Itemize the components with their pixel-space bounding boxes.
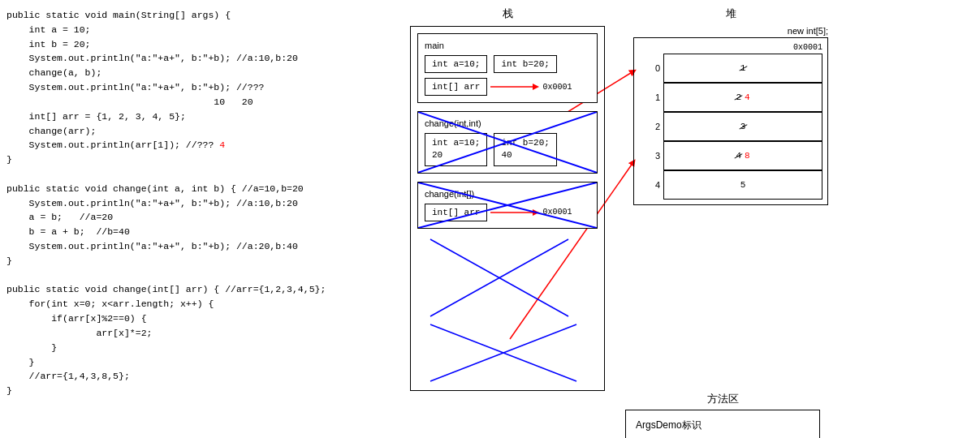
svg-marker-7 bbox=[533, 84, 539, 90]
heap-cell-4-orig: 5 bbox=[740, 180, 746, 190]
change-arr-ref: 0x0001 bbox=[542, 208, 572, 217]
heap-cell-3-new: 8 bbox=[745, 151, 750, 161]
heap-cell-1-new: 4 bbox=[745, 92, 750, 102]
method-item-argsdemo: ArgsDemo标识 bbox=[636, 417, 809, 435]
heap-cell-0-orig: 1 bbox=[740, 63, 746, 73]
diagram-area: 栈 main int a=10; int b=20; int[] arr 0x0… bbox=[390, 0, 980, 438]
main-var-b: int b=20; bbox=[494, 55, 556, 73]
code-panel: public static void main(String[] args) {… bbox=[0, 0, 390, 438]
heap-cell-2-orig: 3 bbox=[740, 122, 746, 131]
change-arr-row: int[] arr 0x0001 bbox=[425, 204, 590, 221]
heap-cell-0: 1 bbox=[663, 54, 822, 83]
heap-cell-4: 5 bbox=[663, 170, 822, 200]
main-arr-label: int[] arr bbox=[425, 78, 487, 96]
method-outer: ArgsDemo标识 main change(int,int) change(i… bbox=[625, 410, 820, 438]
heap-grid: 0 1 1 2 4 2 3 3 bbox=[639, 54, 822, 200]
heap-cell-3: 4 8 bbox=[663, 141, 822, 170]
change-var-a: int a=10;20 bbox=[425, 133, 487, 166]
heap-outer: 0x0001 0 1 1 2 4 2 3 bbox=[633, 37, 828, 205]
change-arr-arrow bbox=[490, 207, 539, 218]
change-int-int-vars: int a=10;20 int b=20;40 bbox=[425, 133, 590, 166]
main-frame-title: main bbox=[425, 41, 590, 50]
method-title: 方法区 bbox=[625, 392, 820, 406]
main-frame: main int a=10; int b=20; int[] arr 0x000… bbox=[417, 33, 598, 103]
heap-index-1: 1 bbox=[639, 83, 663, 112]
main-vars-row: int a=10; int b=20; bbox=[425, 55, 590, 73]
change-int-arr-frame: change(int[]) int[] arr 0x0001 bbox=[417, 182, 598, 229]
main-var-a: int a=10; bbox=[425, 55, 487, 73]
stack-panel: 栈 main int a=10; int b=20; int[] arr 0x0… bbox=[398, 6, 617, 432]
main-arr-arrow bbox=[490, 81, 539, 92]
change-var-b: int b=20;40 bbox=[494, 133, 556, 166]
heap-cell-1: 2 4 bbox=[663, 83, 822, 112]
change-int-arr-title: change(int[]) bbox=[425, 189, 590, 199]
heap-panel: 堆 new int[5]; 0x0001 0 1 1 2 4 bbox=[625, 6, 836, 205]
svg-marker-11 bbox=[533, 209, 539, 216]
main-arr-ref: 0x0001 bbox=[542, 83, 572, 92]
code-text: public static void main(String[] args) {… bbox=[6, 8, 383, 398]
change-arr-label: int[] arr bbox=[425, 204, 487, 221]
heap-title: 堆 bbox=[625, 6, 836, 21]
heap-index-0: 0 bbox=[639, 54, 663, 83]
change-int-int-title: change(int,int) bbox=[425, 118, 590, 128]
heap-index-4: 4 bbox=[639, 170, 663, 200]
stack-outer: main int a=10; int b=20; int[] arr 0x000… bbox=[410, 26, 605, 391]
heap-index-3: 3 bbox=[639, 141, 663, 170]
heap-address: 0x0001 bbox=[639, 43, 822, 52]
right-panels: 堆 new int[5]; 0x0001 0 1 1 2 4 bbox=[625, 6, 972, 432]
heap-new-label: new int[5]; bbox=[625, 26, 836, 36]
heap-cell-2: 3 bbox=[663, 112, 822, 141]
change-int-int-frame: change(int,int) int a=10;20 int b=20;40 bbox=[417, 111, 598, 174]
method-panel: 方法区 ArgsDemo标识 main change(int,int) chan… bbox=[625, 392, 820, 438]
heap-index-2: 2 bbox=[639, 112, 663, 141]
heap-cell-3-orig: 4 bbox=[736, 151, 741, 161]
main-arr-row: int[] arr 0x0001 bbox=[425, 78, 590, 96]
stack-title: 栈 bbox=[398, 6, 617, 21]
heap-cell-1-orig: 2 bbox=[736, 92, 741, 102]
